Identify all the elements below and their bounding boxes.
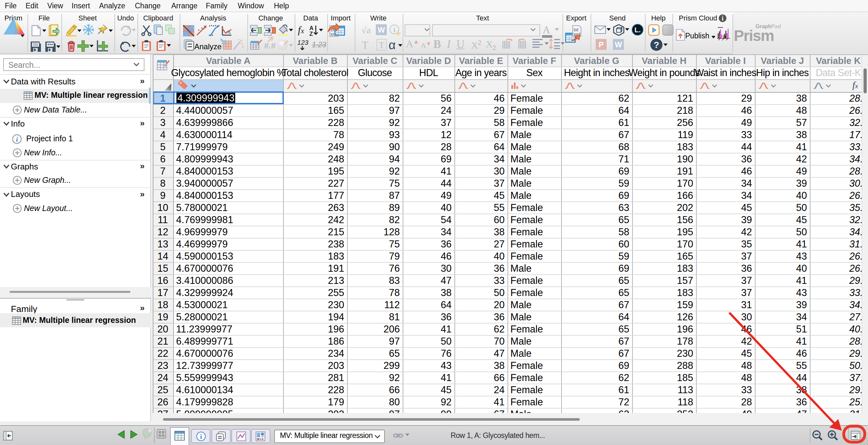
svg-text:P: P xyxy=(598,40,604,49)
svg-text:T: T xyxy=(379,40,384,50)
svg-text:W: W xyxy=(378,26,385,34)
svg-text:W: W xyxy=(615,40,622,49)
svg-text:i: i xyxy=(16,135,18,143)
svg-text:Z: Z xyxy=(309,31,313,36)
svg-text:L.: L. xyxy=(634,26,641,34)
svg-text:A: A xyxy=(309,25,313,31)
svg-text:i: i xyxy=(722,15,723,22)
svg-text:i: i xyxy=(200,433,202,441)
svg-text:?: ? xyxy=(654,40,659,50)
svg-text:i: i xyxy=(394,26,395,34)
svg-text:123: 123 xyxy=(297,39,308,46)
